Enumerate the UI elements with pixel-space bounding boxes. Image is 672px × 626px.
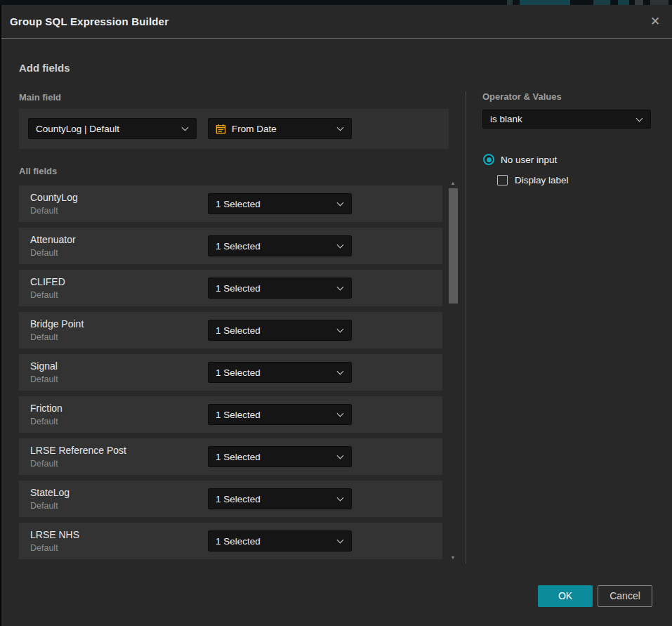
scrollbar-up-arrow-icon[interactable]: ▲ [448,181,458,186]
field-row-statelog: StateLog Default 1 Selected [19,481,442,517]
field-row-attenuator: Attenuator Default 1 Selected [19,228,442,264]
field-row-bridge-point: Bridge Point Default 1 Selected [19,312,442,348]
background-fragment [618,0,629,5]
group-sql-expression-builder-dialog: Group SQL Expression Builder ✕ Add field… [1,5,672,626]
field-type: Default [30,290,58,300]
field-type: Default [30,206,58,216]
field-selected-dropdown[interactable]: 1 Selected [208,193,352,214]
field-name: Bridge Point [30,318,84,330]
field-row-countylog: CountyLog Default 1 Selected [19,185,442,222]
no-user-input-label: No user input [501,155,557,165]
field-name: StateLog [30,487,70,498]
field-name: CLIFED [30,276,65,287]
selected-count: 1 Selected [216,241,261,252]
dialog-header: Group SQL Expression Builder ✕ [1,5,672,39]
selected-count: 1 Selected [216,283,261,294]
field-row-clifed: CLIFED Default 1 Selected [19,270,442,306]
selected-count: 1 Selected [216,367,261,378]
chevron-down-icon [337,200,344,207]
field-name: LRSE NHS [30,529,79,540]
radio-selected-icon [483,154,494,165]
field-type: Default [30,459,58,469]
chevron-down-icon [337,537,344,544]
field-type: Default [30,374,58,384]
field-name: Signal [30,360,58,372]
field-type: Default [30,332,58,342]
chevron-down-icon [337,452,344,459]
layer-select[interactable]: CountyLog | Default [28,118,197,139]
chevron-down-icon [182,124,189,131]
close-icon[interactable]: ✕ [647,14,663,30]
operator-select-value: is blank [490,114,522,124]
selected-count: 1 Selected [216,452,261,462]
field-name: LRSE Reference Post [30,445,126,456]
add-fields-heading: Add fields [19,62,70,74]
selected-count: 1 Selected [216,199,261,209]
background-fragment [635,0,643,5]
checkbox-unchecked-icon [497,175,508,185]
chevron-down-icon [636,115,643,122]
chevron-down-icon [337,124,344,131]
field-selected-dropdown[interactable]: 1 Selected [208,320,352,341]
field-selected-dropdown[interactable]: 1 Selected [208,278,352,299]
cancel-button[interactable]: Cancel [598,585,652,607]
operator-values-label: Operator & Values [482,91,562,102]
selected-count: 1 Selected [216,410,261,420]
scrollbar-thumb[interactable] [449,188,458,304]
dialog-title: Group SQL Expression Builder [10,5,169,39]
background-fragment [507,0,513,5]
field-type: Default [30,417,58,426]
chevron-down-icon [337,368,344,375]
display-label-label: Display label [515,175,569,185]
field-type: Default [30,248,58,258]
background-fragment [650,0,668,5]
display-label-checkbox-row[interactable]: Display label [497,174,569,185]
ok-button[interactable]: OK [538,585,593,607]
radio-dot [487,157,492,162]
field-selected-dropdown[interactable]: 1 Selected [208,488,352,509]
operator-select[interactable]: is blank [482,110,651,129]
chevron-down-icon [337,284,344,291]
background-app-strip [0,0,672,5]
scrollbar-down-arrow-icon[interactable]: ▼ [448,555,458,561]
vertical-divider [466,91,466,563]
background-fragment [593,0,610,5]
field-row-lrse-nhs: LRSE NHS Default 1 Selected [19,523,442,559]
field-selected-dropdown[interactable]: 1 Selected [208,446,352,467]
calendar-icon [216,124,226,134]
main-field-panel: CountyLog | Default From Date [19,109,449,149]
field-selected-dropdown[interactable]: 1 Selected [208,530,352,552]
field-row-signal: Signal Default 1 Selected [19,354,442,391]
field-row-lrse-reference-post: LRSE Reference Post Default 1 Selected [19,438,442,475]
selected-count: 1 Selected [216,325,261,336]
layer-select-value: CountyLog | Default [36,124,119,134]
selected-count: 1 Selected [216,494,261,504]
field-name: Attenuator [30,234,76,245]
field-select[interactable]: From Date [208,118,352,139]
field-selected-dropdown[interactable]: 1 Selected [208,235,352,256]
all-fields-label: All fields [19,166,57,176]
field-name: CountyLog [30,192,78,203]
background-fragment [520,0,570,5]
no-user-input-radio[interactable]: No user input [483,153,557,166]
chevron-down-icon [337,326,344,333]
main-field-label: Main field [19,92,61,103]
field-selected-dropdown[interactable]: 1 Selected [208,362,352,383]
field-type: Default [30,501,58,511]
selected-count: 1 Selected [216,536,261,547]
field-name: Friction [30,403,62,414]
screen: Group SQL Expression Builder ✕ Add field… [0,0,672,626]
field-type: Default [30,543,58,553]
chevron-down-icon [337,242,344,249]
field-row-friction: Friction Default 1 Selected [19,396,442,433]
field-select-value: From Date [232,124,277,134]
chevron-down-icon [337,410,344,417]
field-selected-dropdown[interactable]: 1 Selected [208,404,352,425]
chevron-down-icon [337,495,344,502]
